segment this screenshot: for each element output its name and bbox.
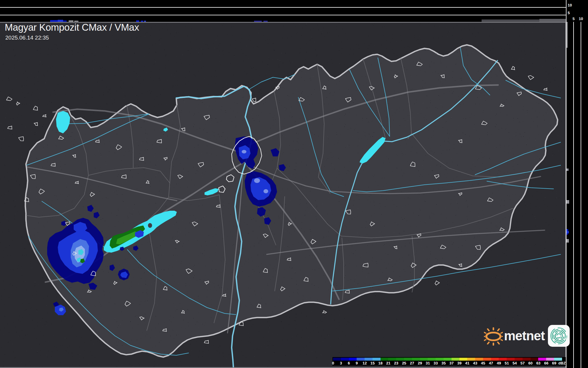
legend-value: 0 — [332, 361, 334, 365]
legend-cell — [499, 358, 507, 361]
legend-value: 63 — [536, 361, 540, 365]
legend-cell — [357, 358, 365, 361]
legend-cell — [507, 358, 515, 361]
legend-cell — [341, 358, 349, 361]
legend-cell — [412, 358, 420, 361]
right-profile-5km-line — [573, 22, 574, 368]
right-profile-echo-bar — [566, 169, 569, 171]
right-axis-tick-5: 5 — [572, 17, 574, 21]
radar-display: 10 5 5 10 Magyar Kompozit CMax / VMax 20… — [0, 0, 588, 368]
legend-cell — [396, 358, 404, 361]
legend-cell — [381, 358, 388, 361]
top-profile-echo-bar — [141, 21, 143, 22]
right-height-profile — [566, 0, 588, 368]
top-axis-tick-5: 5 — [568, 11, 570, 15]
legend-value: 15 — [370, 361, 375, 365]
sun-icon — [484, 324, 503, 348]
legend-value: 47 — [489, 361, 493, 365]
legend-value: 3 — [340, 361, 342, 365]
right-profile-echo-bar — [566, 233, 568, 235]
legend-value: 66 — [544, 361, 548, 365]
top-profile-echo-bar — [263, 21, 268, 22]
legend-value: 31 — [426, 361, 430, 365]
legend-cell — [388, 358, 396, 361]
legend-cell — [404, 358, 412, 361]
page-title: Magyar Kompozit CMax / VMax — [5, 22, 139, 33]
legend-value: 27 — [410, 361, 414, 365]
legend-value: 33 — [434, 361, 438, 365]
legend-cell — [554, 358, 562, 361]
legend-value: 21 — [386, 361, 390, 365]
right-profile-10km-line — [581, 22, 581, 368]
legend-cell — [436, 358, 444, 361]
legend-value: 69 — [552, 361, 556, 365]
legend-cell — [373, 358, 381, 361]
legend-cell — [546, 358, 554, 361]
tihany-peninsula — [148, 223, 152, 228]
legend-value: 9 — [356, 361, 358, 365]
legend-cell — [523, 358, 531, 361]
legend-cell — [333, 358, 341, 361]
top-profile-10km-line — [0, 7, 566, 8]
legend-cell — [531, 358, 538, 361]
metnet-app-icon — [548, 325, 570, 347]
legend-value: 54 — [513, 361, 517, 365]
legend-cell — [365, 358, 373, 361]
top-profile-5km-line — [0, 15, 566, 15]
metnet-wordmark: metnet — [504, 328, 545, 343]
legend-value: 35 — [442, 361, 446, 365]
top-profile-echo-bar — [539, 19, 566, 22]
legend-value: 18 — [378, 361, 383, 365]
legend-value: 12 — [363, 361, 367, 365]
legend-value: 60 — [528, 361, 533, 365]
legend-value: 51 — [505, 361, 509, 365]
metnet-logo: metnet — [484, 324, 570, 348]
top-profile-echo-bar — [58, 20, 63, 22]
legend-cell — [444, 358, 452, 361]
legend-cell — [420, 358, 428, 361]
legend-value: 23 — [394, 361, 398, 365]
legend-cell — [475, 358, 483, 361]
legend-value: 41 — [465, 361, 469, 365]
terrain-relief — [0, 22, 566, 368]
right-profile-echo-bar — [566, 200, 569, 204]
legend-value: 39 — [457, 361, 461, 365]
top-profile-echo-bar — [482, 19, 539, 22]
right-axis-tick-10: 10 — [579, 17, 583, 21]
legend-cell — [483, 358, 491, 361]
right-profile-echo-bar — [566, 231, 569, 233]
right-profile-echo-bar — [566, 239, 569, 243]
top-profile-echo-bar — [144, 21, 146, 22]
legend-cell — [491, 358, 499, 361]
legend-unit: dBZ — [558, 361, 566, 365]
legend-cell — [467, 358, 475, 361]
legend-cell — [459, 358, 467, 361]
legend-value: 37 — [449, 361, 454, 365]
legend-cell — [515, 358, 523, 361]
legend-value: 29 — [418, 361, 422, 365]
top-axis-tick-10: 10 — [568, 3, 572, 7]
dbz-color-strip — [333, 358, 562, 361]
legend-value: 43 — [473, 361, 477, 365]
timestamp: 2025.06.14 22:35 — [5, 35, 49, 41]
panel-separator — [566, 0, 566, 368]
legend-value: 57 — [521, 361, 525, 365]
legend-value: 49 — [497, 361, 501, 365]
top-profile-echo-bar — [254, 21, 262, 22]
top-height-profile — [0, 0, 566, 22]
legend-cell — [428, 358, 436, 361]
legend-cell — [452, 358, 459, 361]
legend-cell — [538, 358, 546, 361]
legend-value: 6 — [348, 361, 350, 365]
legend-cell — [349, 358, 357, 361]
right-profile-echo-bar — [566, 229, 568, 231]
radar-map — [0, 0, 588, 368]
legend-value: 45 — [481, 361, 485, 365]
dbz-legend: 0369121518212325272931333537394143454749… — [332, 357, 566, 366]
legend-value: 25 — [402, 361, 406, 365]
